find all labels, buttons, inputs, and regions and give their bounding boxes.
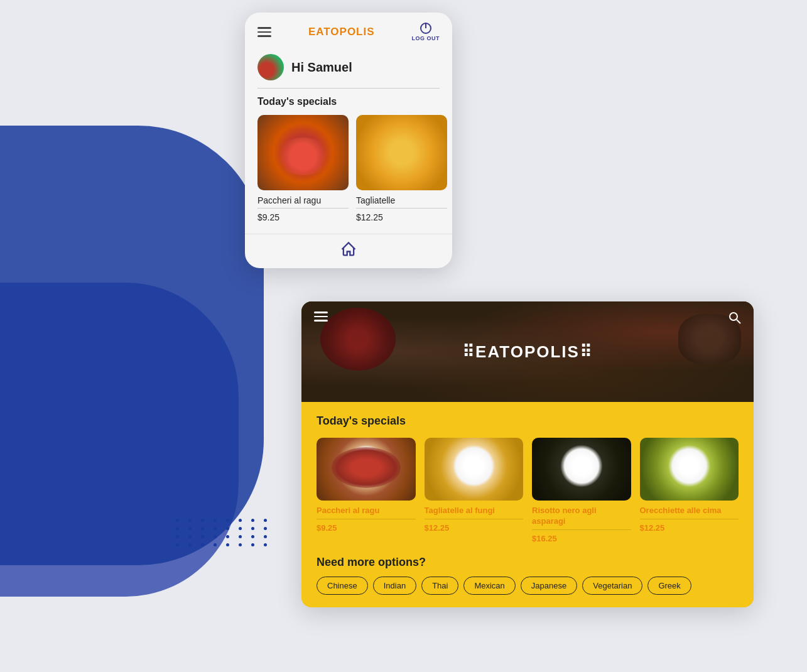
web-food-card-2[interactable]: Tagliatelle al fungi $12.25 xyxy=(425,438,524,543)
web-logo: ⠿EATOPOLIS⠿ xyxy=(462,342,593,362)
avatar xyxy=(257,54,284,80)
greeting-divider xyxy=(257,88,440,89)
cuisine-tag-japanese[interactable]: Japanese xyxy=(521,577,577,595)
web-specials-grid: Paccheri al ragu $9.25 Tagliatelle al fu… xyxy=(317,438,739,543)
hamburger-menu-icon[interactable] xyxy=(257,27,271,37)
logo-text: EATOPOLIS xyxy=(308,26,375,38)
logout-button[interactable]: LOG OUT xyxy=(411,23,440,41)
web-food-name-2: Tagliatelle al fungi xyxy=(425,506,524,516)
web-logo-text: ⠿EATOPOLIS⠿ xyxy=(462,342,593,361)
web-hamburger-icon[interactable] xyxy=(314,312,328,322)
mobile-food-divider-2 xyxy=(356,208,447,209)
dots-pattern xyxy=(176,519,271,546)
web-food-divider-2 xyxy=(425,519,524,519)
web-food-name-1: Paccheri al ragu xyxy=(317,506,416,516)
web-options-title: Need more options? xyxy=(317,556,739,569)
mobile-header: EATOPOLIS LOG OUT xyxy=(245,13,452,48)
svg-point-1 xyxy=(730,313,737,320)
web-food-price-4: $12.25 xyxy=(640,523,739,533)
mobile-food-price-2: $12.25 xyxy=(356,212,447,222)
web-search-icon[interactable] xyxy=(728,312,741,327)
cuisine-tag-vegetarian[interactable]: Vegetarian xyxy=(582,577,642,595)
logout-label: LOG OUT xyxy=(411,35,440,41)
web-food-divider-1 xyxy=(317,519,416,519)
power-icon xyxy=(420,23,431,34)
mobile-food-name-2: Tagliatelle xyxy=(356,195,447,205)
web-food-price-3: $16.25 xyxy=(532,534,631,543)
cuisine-tag-greek[interactable]: Greek xyxy=(647,577,691,595)
web-food-card-1[interactable]: Paccheri al ragu $9.25 xyxy=(317,438,416,543)
greeting-text: Hi Samuel xyxy=(291,60,352,75)
mobile-food-image-2 xyxy=(356,115,447,190)
web-food-img-2 xyxy=(425,438,524,501)
web-food-price-1: $9.25 xyxy=(317,523,416,533)
mobile-food-card-1[interactable]: Paccheri al ragu $9.25 xyxy=(257,115,349,222)
web-cuisine-tags: Chinese Indian Thai Mexican Japanese Veg… xyxy=(317,577,739,595)
web-food-price-2: $12.25 xyxy=(425,523,524,533)
cuisine-tag-indian[interactable]: Indian xyxy=(373,577,416,595)
web-specials-title: Today's specials xyxy=(317,415,739,428)
web-food-divider-4 xyxy=(640,519,739,519)
mobile-food-name-1: Paccheri al ragu xyxy=(257,195,349,205)
web-app-card: ⠿EATOPOLIS⠿ Today's specials Paccheri al… xyxy=(301,301,754,607)
mobile-logo: EATOPOLIS xyxy=(308,26,375,38)
mobile-specials-title: Today's specials xyxy=(245,96,452,115)
web-food-img-4 xyxy=(640,438,739,501)
cuisine-tag-mexican[interactable]: Mexican xyxy=(463,577,515,595)
mobile-food-divider-1 xyxy=(257,208,349,209)
mobile-app-card: EATOPOLIS LOG OUT Hi Samuel Today's spec… xyxy=(245,13,452,268)
cuisine-tag-chinese[interactable]: Chinese xyxy=(317,577,368,595)
web-content: Today's specials Paccheri al ragu $9.25 … xyxy=(301,402,754,607)
mobile-bottom-nav xyxy=(245,234,452,268)
web-food-divider-3 xyxy=(532,529,631,530)
web-food-card-4[interactable]: Orecchiette alle cima $12.25 xyxy=(640,438,739,543)
mobile-food-card-2[interactable]: Tagliatelle $12.25 xyxy=(356,115,447,222)
svg-line-2 xyxy=(737,320,740,323)
home-icon[interactable] xyxy=(340,241,357,258)
avatar-inner xyxy=(257,54,284,80)
bg-shape-blue xyxy=(0,126,264,565)
mobile-food-image-1 xyxy=(257,115,349,190)
web-food-name-3: Risotto nero agli asparagi xyxy=(532,506,631,527)
mobile-specials-grid: Paccheri al ragu $9.25 Tagliatelle $12.2… xyxy=(245,115,452,229)
web-food-img-3 xyxy=(532,438,631,501)
web-food-name-4: Orecchiette alle cima xyxy=(640,506,739,516)
mobile-food-price-1: $9.25 xyxy=(257,212,349,222)
mobile-greeting-row: Hi Samuel xyxy=(245,48,452,85)
cuisine-tag-thai[interactable]: Thai xyxy=(421,577,458,595)
web-food-card-3[interactable]: Risotto nero agli asparagi $16.25 xyxy=(532,438,631,543)
web-food-img-1 xyxy=(317,438,416,501)
web-header: ⠿EATOPOLIS⠿ xyxy=(301,301,754,402)
